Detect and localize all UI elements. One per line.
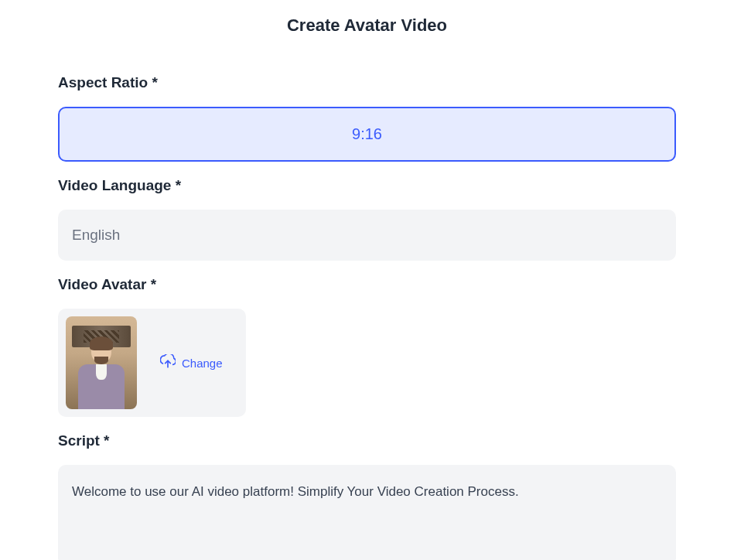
change-button-label: Change [182, 357, 223, 370]
avatar-preview[interactable] [66, 316, 137, 409]
script-section: Script * [58, 432, 676, 560]
avatar-container: Change [58, 309, 246, 417]
video-avatar-section: Video Avatar * Change [58, 276, 676, 432]
aspect-ratio-selector[interactable]: 9:16 [58, 107, 676, 162]
change-avatar-button[interactable]: Change [160, 354, 223, 372]
upload-icon [160, 354, 176, 372]
aspect-ratio-label: Aspect Ratio * [58, 74, 676, 91]
video-avatar-label: Video Avatar * [58, 276, 676, 293]
script-label: Script * [58, 432, 676, 449]
video-language-selector[interactable]: English [58, 210, 676, 261]
page-title: Create Avatar Video [58, 15, 676, 36]
aspect-ratio-section: Aspect Ratio * 9:16 [58, 74, 676, 162]
video-language-section: Video Language * English [58, 177, 676, 261]
video-language-label: Video Language * [58, 177, 676, 194]
script-input[interactable] [58, 465, 676, 560]
